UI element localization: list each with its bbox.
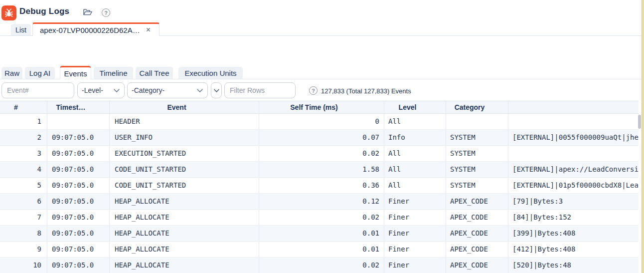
view-tab-divider bbox=[0, 79, 642, 79]
table-cell: All bbox=[384, 178, 446, 193]
close-icon[interactable]: × bbox=[146, 26, 151, 34]
table-cell: All bbox=[384, 146, 446, 161]
filter-options-select[interactable] bbox=[211, 82, 222, 98]
table-cell: SYSTEM bbox=[446, 146, 508, 161]
table-cell: [412]|Bytes:408 bbox=[508, 242, 639, 257]
table-row[interactable]: 1HEADER0All bbox=[0, 114, 639, 130]
table-cell: [84]|Bytes:152 bbox=[508, 210, 639, 225]
table-cell: 09:07:05.0 bbox=[47, 242, 110, 257]
table-body: 1HEADER0All209:07:05.0USER_INFO0.07InfoS… bbox=[0, 114, 639, 273]
tab-timeline[interactable]: Timeline bbox=[94, 67, 133, 79]
table-cell: 1 bbox=[0, 114, 47, 129]
table-cell: 7 bbox=[0, 210, 47, 225]
table-cell: 09:07:05.0 bbox=[47, 226, 110, 241]
tab-list[interactable]: List bbox=[11, 24, 31, 35]
table-row[interactable]: 209:07:05.0USER_INFO0.07InfoSYSTEM[EXTER… bbox=[0, 130, 639, 146]
bug-icon bbox=[1, 5, 16, 20]
table-cell: 5 bbox=[0, 178, 47, 193]
table-cell bbox=[47, 114, 110, 129]
table-cell: APEX_CODE bbox=[446, 226, 508, 241]
category-select[interactable]: -Category- bbox=[127, 82, 208, 98]
view-tab-bar: Raw Log AI Events Timeline Call Tree Exe… bbox=[0, 66, 642, 79]
screen-edge-strip bbox=[642, 0, 644, 273]
table-row[interactable]: 809:07:05.0HEAP_ALLOCATE0.01FinerAPEX_CO… bbox=[0, 226, 639, 242]
chevron-down-icon bbox=[214, 89, 219, 92]
table-row[interactable]: 509:07:05.0CODE_UNIT_STARTED0.36AllSYSTE… bbox=[0, 178, 639, 194]
tab-log-file[interactable]: apex-07LVP00000226D62A… × bbox=[32, 22, 160, 36]
table-cell: SYSTEM bbox=[446, 130, 508, 145]
folder-open-icon[interactable] bbox=[83, 8, 93, 16]
vertical-scrollbar[interactable] bbox=[638, 114, 641, 273]
level-select[interactable]: -Level- bbox=[77, 82, 125, 98]
tab-log-ai[interactable]: Log AI bbox=[25, 67, 55, 79]
table-header-row: #Timest…EventSelf Time (ms)LevelCategory bbox=[0, 101, 639, 114]
table-cell: 09:07:05.0 bbox=[47, 162, 110, 177]
table-row[interactable]: 1009:07:05.0HEAP_ALLOCATE0.02FinerAPEX_C… bbox=[0, 258, 639, 273]
column-header[interactable] bbox=[508, 101, 639, 113]
debug-logs-page: Debug Logs ? ▽ List apex-07LVP00000226D6… bbox=[0, 0, 644, 273]
table-cell: CODE_UNIT_STARTED bbox=[110, 178, 259, 193]
table-row[interactable]: 409:07:05.0CODE_UNIT_STARTED1.58AllSYSTE… bbox=[0, 162, 639, 178]
table-row[interactable]: 709:07:05.0HEAP_ALLOCATE0.02FinerAPEX_CO… bbox=[0, 210, 639, 226]
table-cell: APEX_CODE bbox=[446, 258, 508, 273]
column-header[interactable]: Category bbox=[446, 101, 508, 113]
table-cell: [520]|Bytes:48 bbox=[508, 258, 639, 273]
table-row[interactable]: 309:07:05.0EXECUTION_STARTED0.02AllSYSTE… bbox=[0, 146, 639, 162]
table-cell: APEX_CODE bbox=[446, 194, 508, 209]
table-cell: 10 bbox=[0, 258, 47, 273]
scrollbar-thumb[interactable] bbox=[638, 115, 641, 129]
filter-rows-input[interactable] bbox=[224, 82, 296, 98]
tab-list-label: List bbox=[15, 26, 26, 34]
column-header[interactable]: # bbox=[0, 101, 47, 113]
table-cell: HEAP_ALLOCATE bbox=[110, 242, 259, 257]
column-header[interactable]: Event bbox=[110, 101, 259, 113]
table-cell: HEAP_ALLOCATE bbox=[110, 258, 259, 273]
tab-events[interactable]: Events bbox=[60, 66, 91, 79]
table-cell bbox=[508, 114, 639, 129]
tab-label: Timeline bbox=[99, 69, 127, 77]
table-row[interactable]: 609:07:05.0HEAP_ALLOCATE0.12FinerAPEX_CO… bbox=[0, 194, 639, 210]
table-cell bbox=[446, 114, 508, 129]
events-table: #Timest…EventSelf Time (ms)LevelCategory… bbox=[0, 101, 639, 273]
tab-label: Events bbox=[64, 69, 87, 78]
table-cell: CODE_UNIT_STARTED bbox=[110, 162, 259, 177]
help-icon[interactable]: ? bbox=[309, 86, 318, 95]
table-cell: 8 bbox=[0, 226, 47, 241]
table-cell: 09:07:05.0 bbox=[47, 146, 110, 161]
chevron-down-icon bbox=[114, 89, 120, 92]
table-cell: Finer bbox=[384, 242, 446, 257]
table-cell: 2 bbox=[0, 130, 47, 145]
table-cell: 0.02 bbox=[259, 146, 384, 161]
table-cell: Info bbox=[384, 130, 446, 145]
table-cell: 0.01 bbox=[259, 242, 384, 257]
column-header[interactable]: Timest… bbox=[47, 101, 110, 113]
table-cell: EXECUTION_STARTED bbox=[110, 146, 259, 161]
column-header[interactable]: Level bbox=[384, 101, 446, 113]
table-cell: HEAP_ALLOCATE bbox=[110, 210, 259, 225]
table-cell: APEX_CODE bbox=[446, 242, 508, 257]
tab-label: Call Tree bbox=[139, 69, 169, 77]
tab-execution-units[interactable]: Execution Units bbox=[178, 67, 243, 79]
table-cell: Finer bbox=[384, 194, 446, 209]
table-cell: USER_INFO bbox=[110, 130, 259, 145]
table-cell: 09:07:05.0 bbox=[47, 178, 110, 193]
category-select-value: -Category- bbox=[132, 86, 164, 94]
tab-call-tree[interactable]: Call Tree bbox=[136, 67, 173, 79]
table-cell: [EXTERNAL]|0055f000009uaQt|jhea bbox=[508, 130, 639, 145]
table-row[interactable]: 909:07:05.0HEAP_ALLOCATE0.01FinerAPEX_CO… bbox=[0, 242, 639, 258]
log-header: apex-07LVP00000226D62AI.log Errors (3) 1… bbox=[0, 36, 642, 66]
column-header[interactable]: Self Time (ms) bbox=[259, 101, 384, 113]
table-cell: 09:07:05.0 bbox=[47, 194, 110, 209]
help-icon[interactable]: ? bbox=[102, 8, 110, 17]
table-cell: 09:07:05.0 bbox=[47, 130, 110, 145]
table-cell: HEAP_ALLOCATE bbox=[110, 226, 259, 241]
app-header: Debug Logs ? bbox=[0, 0, 642, 22]
event-number-input[interactable] bbox=[1, 82, 74, 98]
table-cell: Finer bbox=[384, 258, 446, 273]
tab-raw[interactable]: Raw bbox=[1, 67, 22, 79]
table-cell: 09:07:05.0 bbox=[47, 210, 110, 225]
table-cell: 09:07:05.0 bbox=[47, 258, 110, 273]
table-cell: SYSTEM bbox=[446, 178, 508, 193]
table-cell: SYSTEM bbox=[446, 162, 508, 177]
table-cell: [79]|Bytes:3 bbox=[508, 194, 639, 209]
